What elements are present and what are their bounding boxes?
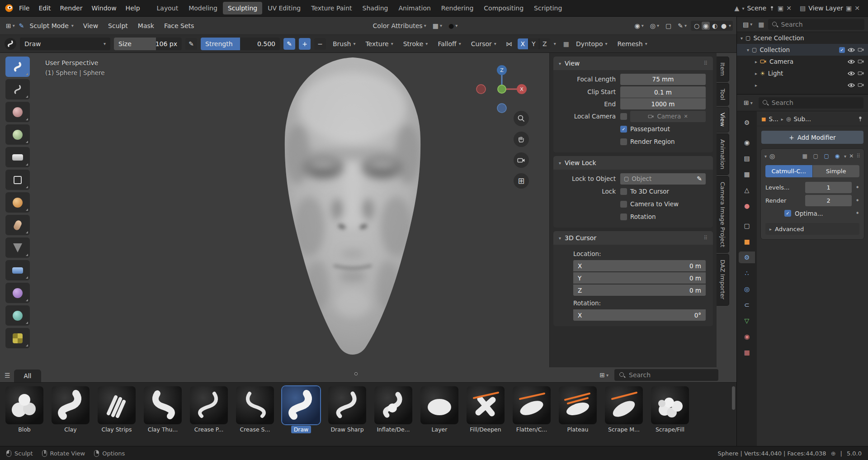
radius-pressure-button[interactable]: ✎	[185, 38, 197, 50]
drag-grip-icon[interactable]: ⠿	[703, 60, 708, 66]
passepartout-checkbox[interactable]: ✓	[620, 126, 627, 133]
tool-smooth[interactable]	[5, 260, 30, 280]
advanced-subpanel-header[interactable]: ▸ Advanced	[765, 223, 859, 235]
shading-material-button[interactable]: ◐	[711, 22, 719, 30]
workspace-texture-paint[interactable]: Texture Paint	[306, 2, 357, 14]
optimal-display-checkbox[interactable]: ✓	[784, 210, 791, 217]
color-picker-button[interactable]: ● ▾	[446, 21, 460, 30]
eye-icon[interactable]	[848, 83, 855, 88]
chevron-down-icon[interactable]: ▾	[741, 36, 743, 41]
tool-scrape[interactable]	[5, 328, 30, 348]
shading-wireframe-button[interactable]: ○	[693, 22, 701, 30]
tab-object-data[interactable]: ▽	[739, 315, 755, 327]
overlays-toggle[interactable]: ◎ ▾	[648, 21, 661, 30]
filter-icon[interactable]: ▦	[758, 21, 764, 28]
modifier-editmode-toggle[interactable]: ▦	[801, 152, 809, 160]
tab-view[interactable]: View	[717, 107, 729, 133]
color-attributes-dropdown[interactable]: Color Attributes ▾	[371, 21, 429, 31]
blender-logo-icon[interactable]	[5, 4, 14, 13]
dyntopo-detail-icon[interactable]: ▦	[563, 41, 569, 47]
brush-preview-icon[interactable]	[5, 38, 16, 50]
shelf-display-button[interactable]: ⊞▾	[597, 370, 611, 379]
dyntopo-dropdown[interactable]: Dyntopo▾	[573, 38, 610, 49]
chevron-right-icon[interactable]: ▸	[755, 59, 757, 64]
shelf-tab-all[interactable]: All	[14, 370, 42, 382]
chevron-right-icon[interactable]: ▸	[755, 83, 757, 88]
tab-animation[interactable]: Animation	[717, 133, 729, 175]
render-levels-field[interactable]: 2	[805, 195, 852, 206]
tab-modifiers[interactable]: ⚙	[739, 251, 755, 263]
menu-view[interactable]: View	[79, 20, 102, 31]
outliner-row-scene-collection[interactable]: ▾ ▢ Scene Collection	[737, 32, 868, 44]
shelf-menu-icon[interactable]: ☰	[5, 372, 10, 379]
menu-window[interactable]: Window	[87, 2, 121, 14]
tool-clay[interactable]	[5, 102, 30, 122]
levels-field[interactable]: 1	[805, 182, 852, 193]
render-visibility-icon[interactable]	[858, 82, 864, 88]
menu-edit[interactable]: Edit	[34, 2, 55, 14]
new-scene-icon[interactable]: ▣	[778, 5, 783, 11]
brush-layer[interactable]: Layer	[420, 386, 458, 444]
brush-draw-sharp[interactable]: Draw Sharp	[328, 386, 366, 444]
properties-search-input[interactable]: Search	[759, 97, 863, 109]
tab-daz-importer[interactable]: DAZ Importer	[717, 254, 729, 305]
navigation-gizmo[interactable]: Z X	[470, 57, 533, 120]
render-visibility-icon[interactable]	[858, 47, 864, 52]
workspace-layout[interactable]: Layout	[152, 2, 184, 14]
brush-draw[interactable]: Draw	[282, 386, 320, 444]
outliner-search-input[interactable]: Search	[768, 19, 865, 30]
brush-flatten-contrast[interactable]: Flatten/C...	[513, 386, 551, 444]
unlink-scene-icon[interactable]: ✕	[786, 5, 792, 11]
clip-end-field[interactable]: 1000 m	[620, 98, 706, 109]
menu-file[interactable]: File	[14, 2, 34, 14]
new-view-layer-icon[interactable]: ▣	[846, 5, 852, 11]
gizmo-z-label[interactable]: Z	[500, 67, 504, 73]
scene-selector[interactable]: ▲ ▾ Scene ▣ ✕	[731, 5, 795, 12]
drag-grip-icon[interactable]: ⠿	[856, 153, 860, 159]
shelf-search-input[interactable]: Search	[614, 369, 718, 381]
tool-flatten[interactable]	[5, 283, 30, 303]
modifier-realtime-toggle[interactable]: ▢	[822, 152, 830, 160]
tool-clay-strips[interactable]	[5, 124, 30, 145]
outliner-row-clipped[interactable]: ▸	[737, 79, 868, 91]
tab-render[interactable]: ◉	[739, 137, 755, 148]
local-camera-field[interactable]: Camera ✕	[630, 111, 706, 122]
gizmos-toggle[interactable]: ◉ ▾	[632, 21, 646, 30]
symmetry-x-toggle[interactable]: X	[518, 38, 528, 49]
catmull-clark-button[interactable]: Catmull-C...	[765, 165, 812, 177]
modifier-cage-toggle[interactable]: ▢	[811, 152, 820, 160]
tab-camera-image-project[interactable]: Camera Image Project	[717, 176, 729, 253]
close-icon[interactable]: ✕	[849, 153, 854, 159]
brush-blob[interactable]: Blob	[5, 386, 43, 444]
view-lock-panel-header[interactable]: ▾ View Lock	[553, 156, 713, 170]
cursor-x-field[interactable]: X0 m	[573, 260, 706, 271]
workspace-uv-editing[interactable]: UV Editing	[263, 2, 306, 14]
pan-button[interactable]	[514, 132, 529, 147]
remove-view-layer-icon[interactable]: ✕	[854, 5, 860, 11]
brush-selector-dropdown[interactable]: Draw ▾	[20, 38, 110, 50]
editor-type-button[interactable]: ⊞ ▾	[4, 21, 17, 30]
tool-inflate[interactable]	[5, 192, 30, 213]
eye-icon[interactable]	[848, 59, 855, 64]
xray-toggle[interactable]: ▢	[663, 21, 674, 30]
local-camera-checkbox[interactable]	[620, 113, 627, 120]
brush-clay-thumb[interactable]: Clay Thu...	[144, 386, 182, 444]
workspace-compositing[interactable]: Compositing	[479, 2, 528, 14]
toggle-grid-button[interactable]: ⊞	[514, 173, 529, 189]
workspace-sculpting[interactable]: Sculpting	[223, 2, 262, 14]
workspace-animation[interactable]: Animation	[393, 2, 435, 14]
tab-collection[interactable]: ▢	[739, 220, 755, 232]
symmetry-z-toggle[interactable]: Z	[539, 38, 550, 49]
workspace-rendering[interactable]: Rendering	[436, 2, 479, 14]
tab-object[interactable]: ■	[739, 236, 755, 247]
pin-icon[interactable]	[857, 116, 863, 122]
workspace-modeling[interactable]: Modeling	[184, 2, 222, 14]
brush-plateau[interactable]: Plateau	[559, 386, 597, 444]
simple-button[interactable]: Simple	[813, 165, 860, 177]
remesh-dropdown[interactable]: Remesh▾	[614, 38, 651, 49]
tool-draw[interactable]	[5, 57, 30, 77]
brush-inflate-deflate[interactable]: Inflate/De...	[374, 386, 412, 444]
tool-box[interactable]	[5, 170, 30, 190]
tool-crease[interactable]	[5, 237, 30, 258]
add-modifier-button[interactable]: + Add Modifier	[761, 131, 863, 144]
